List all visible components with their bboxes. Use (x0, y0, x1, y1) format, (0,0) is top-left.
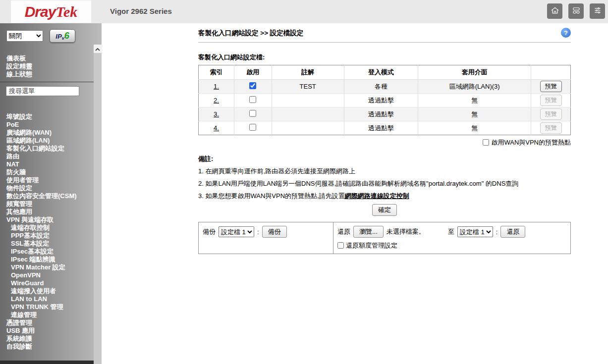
sidebar-item-wizards[interactable]: 設定精靈 (6, 62, 32, 70)
profile-4-preview-button: 預覽 (540, 122, 562, 134)
sidebar-item-certificate-management[interactable]: 憑證管理 (0, 319, 94, 327)
restore-quota-label-wrap[interactable]: 還原額度管理設定 (337, 242, 397, 249)
sidebar-item-ppp-general-setup[interactable]: PPP基本設定 (0, 232, 94, 240)
column-header-preview (531, 65, 571, 80)
sidebar-item-user-management[interactable]: 使用者管理 (0, 176, 94, 184)
profile-2-enable-checkbox[interactable] (249, 96, 256, 103)
restore-colon: : (496, 228, 498, 236)
sidebar-item-connection-management[interactable]: 連線管理 (0, 311, 94, 319)
browse-button[interactable]: 瀏覽... (353, 226, 384, 238)
profile-3-enable-checkbox[interactable] (249, 110, 256, 117)
profile-3-link[interactable]: 3. (214, 110, 219, 118)
sidebar-bottom-strip (0, 361, 94, 364)
restore-quota-label: 還原額度管理設定 (346, 242, 397, 249)
sidebar-item-vpn-matcher-setup[interactable]: VPN Matcher 設定 (0, 263, 94, 271)
no-file-selected-text: 未選擇檔案。 (387, 227, 425, 236)
profile-1-preview-button[interactable]: 預覽 (540, 81, 562, 92)
sidebar-item-port-setup[interactable]: 埠號設定 (0, 113, 94, 121)
internet-access-setup-link[interactable]: 網際網路連線設定控制 (345, 192, 409, 200)
sidebar-item-objects-setting[interactable]: 物件設定 (0, 184, 94, 192)
notes-title: 備註: (198, 155, 571, 163)
sidebar-menu: 埠號設定PoE廣域網路(WAN)區域網路(LAN)客製化入口網站設定路由NAT防… (0, 113, 94, 351)
logo-text-tek: Tek (55, 3, 77, 20)
profile-1-enable-checkbox[interactable] (249, 82, 256, 89)
ipv6-toggle-button[interactable]: IPv6 (50, 29, 75, 43)
restore-cell: 還原 瀏覽... 未選擇檔案。 至 設定檔 1 : 還原 還原額度管理設定 (333, 222, 570, 254)
menu-search-input[interactable] (6, 86, 79, 96)
sidebar-item-ssl-general-setup[interactable]: SSL基本設定 (0, 240, 94, 248)
table-row-1: 1. TEST 各種 區域網路(LAN)(3) 預覽 (199, 80, 571, 94)
restore-quota-checkbox[interactable] (337, 242, 344, 249)
sidebar-item-firewall[interactable]: 防火牆 (0, 168, 94, 176)
sidebar-item-wireguard[interactable]: WireGuard (0, 279, 94, 287)
sidebar-item-vpn-and-remote-access[interactable]: VPN 與遠端存取 (0, 216, 94, 224)
scroll-up-button[interactable] (94, 45, 102, 53)
backup-profile-select[interactable]: 設定檔 1 (219, 226, 254, 237)
profile-1-comment: TEST (272, 80, 344, 94)
table-row-4: 4. 透過點擊 無 預覽 (199, 121, 571, 135)
ok-button[interactable]: 確定 (372, 204, 397, 216)
sidebar-item-lan[interactable]: 區域網路(LAN) (0, 137, 94, 145)
column-header-applied-interface: 套用介面 (418, 65, 531, 80)
sidebar-item-bandwidth-management[interactable]: 頻寬管理 (0, 200, 94, 208)
table-row-2: 2. 透過點擊 無 預覽 (199, 94, 571, 107)
restore-profile-select[interactable]: 設定檔 1 (457, 226, 493, 237)
sidebar-item-customized-portal[interactable]: 客製化入口網站設定 (0, 145, 94, 153)
settings-button[interactable] (590, 3, 605, 19)
menu-collapse-select[interactable]: 關閉 (6, 30, 43, 42)
ipv6-label-ip: IP (55, 33, 61, 40)
profile-2-link[interactable]: 2. (214, 97, 219, 104)
profile-2-preview-button: 預覽 (540, 95, 562, 106)
sidebar-item-remote-dial-in-user[interactable]: 遠端撥入使用者 (0, 287, 94, 295)
sidebar-top-items: 儀表板設定精靈線上狀態 (6, 54, 32, 78)
model-title: Vigor 2962 Series (110, 7, 172, 15)
dashboard-panels-icon (572, 6, 581, 16)
sidebar-item-vpn-trunk-management[interactable]: VPN TRUNK 管理 (0, 303, 94, 311)
logo-text-dray: Dray (25, 3, 56, 20)
header-buttons (547, 3, 605, 19)
help-icon[interactable]: ? (561, 28, 571, 38)
sidebar-item-diagnostics[interactable]: 自我診斷 (0, 343, 94, 351)
sidebar-item-csm[interactable]: 數位內容安全管理(CSM) (0, 192, 94, 200)
sidebar-item-remote-access-control[interactable]: 遠端存取控制 (0, 224, 94, 232)
profile-4-link[interactable]: 4. (214, 124, 219, 132)
sidebar-item-wan[interactable]: 廣域網路(WAN) (0, 129, 94, 137)
sidebar-item-ipsec-general-setup[interactable]: IPsec基本設定 (0, 248, 94, 256)
wan-vpn-hotspot-row: 啟用WAN與VPN的預覽熱點 (198, 138, 571, 147)
sidebar: 關閉 IPv6 儀表板設定精靈線上狀態 埠號設定PoE廣域網路(WAN)區域網路… (0, 23, 102, 364)
home-button[interactable] (547, 3, 562, 19)
profile-3-preview-button: 預覽 (540, 108, 562, 120)
backup-button[interactable]: 備份 (262, 226, 287, 238)
sidebar-item-nat[interactable]: NAT (0, 160, 94, 168)
breadcrumb-divider (198, 42, 571, 43)
column-header-index: 索引 (199, 65, 234, 80)
sidebar-item-usb-application[interactable]: USB 應用 (0, 327, 94, 335)
sidebar-item-poe[interactable]: PoE (0, 121, 94, 129)
sidebar-item-routing[interactable]: 路由 (0, 153, 94, 160)
sidebar-item-lan-to-lan[interactable]: LAN to LAN (0, 295, 94, 303)
header-bar: DrayTek Vigor 2962 Series (0, 0, 608, 23)
profile-2-comment (272, 94, 344, 107)
wan-vpn-hotspot-checkbox[interactable] (483, 139, 489, 146)
restore-button[interactable]: 還原 (500, 226, 525, 238)
sidebar-scrollbar[interactable] (94, 45, 102, 364)
sidebar-item-ipsec-peer-identity[interactable]: IPsec 端點辨識 (0, 256, 94, 263)
profile-1-login-mode: 各種 (344, 80, 418, 94)
backup-restore-box: 備份 設定檔 1 : 備份 還原 瀏覽... 未選擇檔案。 至 設定檔 1 (198, 222, 571, 254)
profile-4-comment (272, 121, 344, 135)
ipv6-label-six: 6 (64, 31, 69, 41)
dashboard-button[interactable] (568, 3, 584, 19)
sidebar-item-applications[interactable]: 其他應用 (0, 208, 94, 216)
column-header-comment: 註解 (272, 65, 344, 80)
sidebar-item-online-status[interactable]: 線上狀態 (6, 70, 32, 78)
profile-4-enable-checkbox[interactable] (249, 124, 256, 131)
profile-4-login-mode: 透過點擊 (344, 121, 418, 135)
section-title: 客製化入口網站設定檔: (198, 53, 571, 62)
sidebar-item-openvpn[interactable]: OpenVPN (0, 271, 94, 279)
main-content: 客製化入口網站設定 >> 設定檔設定 ? 客製化入口網站設定檔: 索引 啟用 註… (102, 23, 608, 364)
wan-vpn-hotspot-label-wrap[interactable]: 啟用WAN與VPN的預覽熱點 (483, 139, 571, 146)
profile-1-link[interactable]: 1. (214, 83, 219, 90)
sidebar-item-system-maintenance[interactable]: 系統維護 (0, 335, 94, 343)
draytek-logo: DrayTek (11, 0, 91, 23)
sidebar-item-dashboard[interactable]: 儀表板 (6, 54, 32, 62)
